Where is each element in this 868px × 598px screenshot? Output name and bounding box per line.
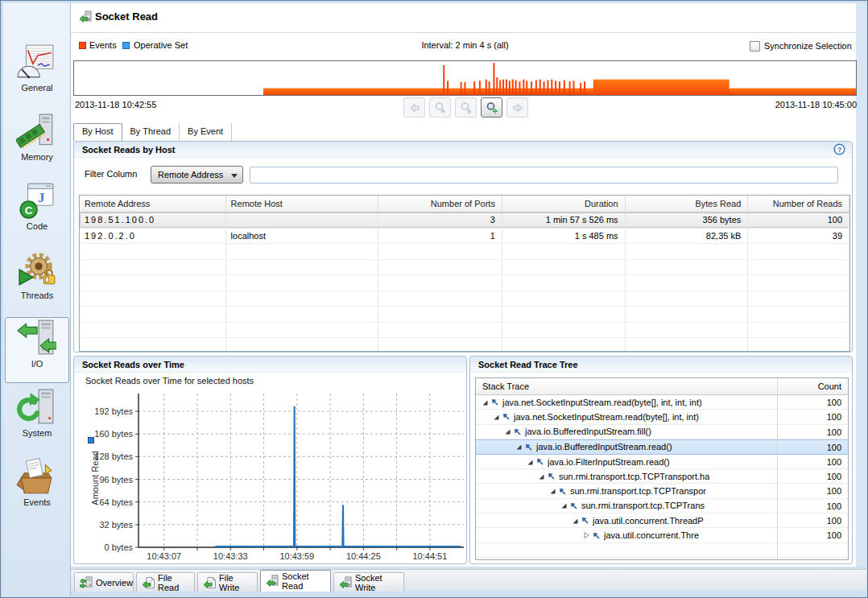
socket-reads-over-time-panel: Socket Reads over Time Socket Reads over… <box>73 356 467 564</box>
tree-expander-expanded-icon[interactable] <box>560 501 569 509</box>
trace-table-header: Stack TraceCount <box>476 378 848 395</box>
bottom-tab-socket-read[interactable]: Socket Read <box>260 570 331 592</box>
tree-row[interactable]: java.io.BufferedInputStream.fill()100 <box>476 425 848 439</box>
tab-by-event[interactable]: By Event <box>180 123 232 141</box>
tab-by-host[interactable]: By Host <box>73 123 122 141</box>
empty-tree-row <box>476 558 848 560</box>
chevron-down-icon <box>231 174 238 178</box>
zoom-fit-button[interactable] <box>455 97 477 118</box>
stack-frame-label: java.io.BufferedInputStream.read() <box>536 442 672 452</box>
svg-text:?: ? <box>837 146 842 154</box>
back-button[interactable] <box>403 97 425 118</box>
timeline-chart[interactable] <box>73 60 857 96</box>
stack-frame-label: java.net.SocketInputStream.read(byte[], … <box>502 398 702 407</box>
tree-row[interactable]: sun.rmi.transport.tcp.TCPTranspor100 <box>476 484 848 498</box>
overview-icon <box>80 576 93 589</box>
bottom-tab-label: Socket Write <box>355 573 399 592</box>
bottom-tab-label: Socket Read <box>282 571 325 591</box>
count-cell: 100 <box>777 455 848 468</box>
system-icon <box>16 389 58 427</box>
stack-frame-icon <box>513 427 525 436</box>
zoom-in-button[interactable] <box>481 97 502 118</box>
column-header-remote-address[interactable]: Remote Address <box>80 196 226 212</box>
main-content: Socket Read EventsOperative Set Interval… <box>71 3 866 567</box>
file-write-icon <box>203 576 216 589</box>
sidebar-item-events[interactable]: Events <box>5 456 69 522</box>
table-row[interactable]: 198.51.100.031 min 57 s 526 ms356 bytes1… <box>80 212 849 229</box>
sidebar: GeneralMemoryJCCodeThreadsI/OSystemEvent… <box>3 3 71 596</box>
bottom-tab-file-read[interactable]: File Read <box>136 572 195 592</box>
svg-text:96 bytes: 96 bytes <box>99 475 133 485</box>
sidebar-item-label: Memory <box>5 152 69 162</box>
tree-expander-expanded-icon[interactable] <box>548 487 558 495</box>
column-header-stack-trace[interactable]: Stack Trace <box>476 378 777 394</box>
sidebar-item-io[interactable]: I/O <box>5 317 69 383</box>
count-cell: 100 <box>777 484 848 497</box>
stack-frame-label: java.io.FilterInputStream.read() <box>548 457 670 467</box>
sidebar-item-label: System <box>5 428 69 438</box>
column-header-number-of-reads[interactable]: Number of Reads <box>748 196 849 212</box>
tree-row[interactable]: java.io.BufferedInputStream.read()100 <box>476 439 848 455</box>
host-panel-title: Socket Reads by Host <box>82 145 176 155</box>
tree-row[interactable]: sun.rmi.transport.tcp.TCPTrans100 <box>476 499 848 513</box>
tree-expander-expanded-icon[interactable] <box>537 472 547 480</box>
column-header-remote-host[interactable]: Remote Host <box>226 196 379 212</box>
bottom-tab-socket-write[interactable]: Socket Write <box>333 572 404 592</box>
tree-row[interactable]: java.util.concurrent.Thre100 <box>476 528 848 542</box>
svg-text:192 bytes: 192 bytes <box>94 406 133 416</box>
host-table: Remote AddressRemote HostNumber of Ports… <box>79 195 850 352</box>
sidebar-item-system[interactable]: System <box>5 387 69 453</box>
forward-button[interactable] <box>506 97 528 118</box>
tree-row[interactable]: java.io.FilterInputStream.read()100 <box>476 455 848 469</box>
timeline-end-time: 2013-11-18 10:45:00 <box>696 100 857 109</box>
bottom-tab-overview[interactable]: Overview <box>74 572 134 592</box>
synchronize-selection-checkbox[interactable] <box>750 41 760 52</box>
tree-row[interactable]: java.net.SocketInputStream.read(byte[], … <box>476 395 848 410</box>
sidebar-item-memory[interactable]: Memory <box>5 111 69 177</box>
column-header-count[interactable]: Count <box>777 378 848 394</box>
tree-row[interactable]: java.net.SocketInputStream.read(byte[], … <box>476 410 848 424</box>
sidebar-item-threads[interactable]: Threads <box>5 250 69 315</box>
table-row[interactable]: 192.0.2.0localhost11 s 485 ms82,35 kB39 <box>80 229 849 245</box>
filter-column-dropdown[interactable]: Remote Address <box>151 166 243 184</box>
bottom-tab-file-write[interactable]: File Write <box>197 572 258 592</box>
bottom-tab-bar: OverviewFile ReadFile WriteSocket ReadSo… <box>71 569 866 591</box>
socket-read-icon <box>266 575 279 588</box>
sidebar-item-general[interactable]: General <box>5 42 69 108</box>
socket-read-icon <box>79 10 92 23</box>
tree-expander-collapsed-icon[interactable] <box>582 531 592 539</box>
sidebar-item-code[interactable]: JCCode <box>5 180 69 246</box>
tree-row[interactable]: java.util.concurrent.ThreadP100 <box>476 513 848 528</box>
tab-by-thread[interactable]: By Thread <box>122 123 180 141</box>
zoom-out-button[interactable] <box>429 97 451 118</box>
filter-column-label: Filter Column <box>85 169 137 179</box>
sidebar-item-label: I/O <box>6 359 68 369</box>
bottom-tab-label: File Write <box>219 573 252 592</box>
stack-frame-label: sun.rmi.transport.tcp.TCPTrans <box>581 501 705 510</box>
table-cell: 1 <box>378 229 502 244</box>
tree-expander-expanded-icon[interactable] <box>481 398 490 406</box>
tree-row[interactable]: sun.rmi.transport.tcp.TCPTransport.ha100 <box>476 469 848 484</box>
count-cell: 100 <box>777 513 848 527</box>
count-cell: 100 <box>777 499 848 513</box>
empty-table-row <box>80 275 849 291</box>
filter-input[interactable] <box>250 167 838 184</box>
column-header-duration[interactable]: Duration <box>502 196 626 212</box>
tree-expander-expanded-icon[interactable] <box>571 517 581 525</box>
tree-expander-expanded-icon[interactable] <box>492 413 502 421</box>
tree-expander-expanded-icon[interactable] <box>503 427 513 435</box>
empty-table-row <box>80 338 849 352</box>
help-icon[interactable]: ? <box>833 143 845 155</box>
stack-frame-icon <box>502 412 514 421</box>
tree-expander-expanded-icon[interactable] <box>515 443 524 451</box>
timeline-start-time: 2013-11-18 10:42:55 <box>75 100 156 109</box>
svg-text:160 bytes: 160 bytes <box>94 429 133 439</box>
column-header-bytes-read[interactable]: Bytes Read <box>626 196 749 212</box>
tree-expander-expanded-icon[interactable] <box>526 458 535 466</box>
stack-frame-icon <box>592 531 604 540</box>
column-header-number-of-ports[interactable]: Number of Ports <box>378 196 502 212</box>
empty-tree-row <box>476 543 848 558</box>
empty-table-row <box>80 244 849 260</box>
table-cell: localhost <box>226 229 379 244</box>
svg-text:32 bytes: 32 bytes <box>99 520 133 530</box>
